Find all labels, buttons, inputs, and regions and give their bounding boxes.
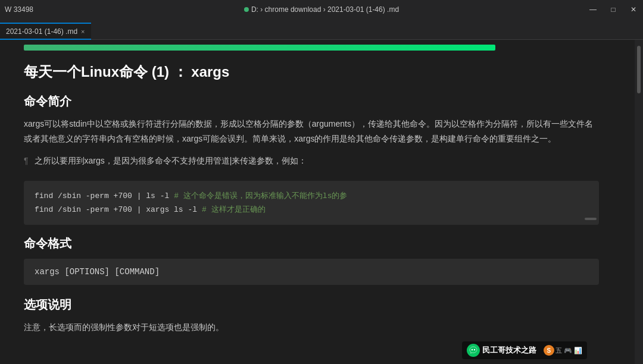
logo-icons: 五 🎮 📊 [555, 346, 582, 355]
titlebar: W 33498 D: › chrome download › 2021-03-0… [0, 0, 643, 19]
section-intro: 命令简介 xargs可以将stdin中以空格或换行符进行分隔的数据，形成以空格分… [24, 93, 599, 169]
code-line-1: find /sbin -perm +700 | ls -l # 这个命令是错误，… [35, 189, 588, 203]
main-content: 每天一个Linux命令 (1) ： xargs 命令简介 xargs可以将std… [0, 40, 635, 364]
breadcrumb-text: D: › chrome download › 2021-03-01 (1-46)… [251, 5, 399, 14]
logo-s: S [544, 345, 554, 356]
section1-heading: 命令简介 [24, 93, 599, 109]
pilcrow-icon: ¶ [24, 153, 29, 168]
code-comment-2: # 这样才是正确的 [202, 203, 266, 216]
section1-paragraph1: xargs可以将stdin中以空格或换行符进行分隔的数据，形成以空格分隔的参数（… [24, 117, 599, 146]
article-title-section: 每天一个Linux命令 (1) ： xargs [24, 62, 599, 81]
titlebar-breadcrumb: D: › chrome download › 2021-03-01 (1-46)… [244, 5, 399, 14]
section-format: 命令格式 xargs [OPTIONS] [COMMAND] [24, 236, 599, 285]
section-options: 选项说明 注意，长选项而的强制性参数对于短选项也是强制的。 [24, 297, 599, 335]
watermark-logo: S 五 🎮 📊 [544, 345, 582, 356]
tabbar: 2021-03-01 (1-46) .md × [0, 19, 643, 40]
minimize-button[interactable]: — [588, 5, 598, 14]
watermark: 民工哥技术之路 S 五 🎮 📊 [462, 341, 587, 359]
watermark-label: 民工哥技术之路 [482, 345, 536, 356]
section1-pilcrow-text: 之所以要用到xargs，是因为很多命令不支持使用管道|来传递参数，例如： [35, 153, 307, 168]
code-comment-1: # 这个命令是错误，因为标准输入不能作为ls的参 [174, 189, 347, 203]
section3-heading: 选项说明 [24, 297, 599, 313]
article-title: 每天一个Linux命令 (1) ： xargs [24, 62, 599, 81]
wechat-badge: 民工哥技术之路 [467, 344, 536, 357]
active-tab[interactable]: 2021-03-01 (1-46) .md × [0, 23, 91, 39]
progress-bar-container [24, 45, 599, 51]
code-cmd-2: find /sbin -perm +700 | xargs ls -l [35, 203, 197, 216]
tab-label: 2021-03-01 (1-46) .md [6, 27, 77, 36]
cmd-format-text: xargs [OPTIONS] [COMMAND] [35, 267, 160, 277]
svg-point-0 [472, 349, 473, 350]
close-button[interactable]: ✕ [629, 5, 638, 14]
titlebar-left: W 33498 [5, 5, 33, 14]
section2-heading: 命令格式 [24, 236, 599, 252]
tab-close-button[interactable]: × [81, 28, 85, 35]
code-scrollbar[interactable] [585, 218, 597, 220]
svg-point-1 [474, 349, 475, 350]
code-cmd-1: find /sbin -perm +700 | ls -l [35, 189, 169, 203]
scrollbar-thumb[interactable] [637, 46, 641, 93]
active-dot-icon [244, 7, 249, 12]
titlebar-controls: — □ ✕ [588, 5, 638, 14]
restore-button[interactable]: □ [608, 5, 618, 14]
code-block-find: find /sbin -perm +700 | ls -l # 这个命令是错误，… [24, 181, 599, 225]
code-line-2: find /sbin -perm +700 | xargs ls -l # 这样… [35, 203, 588, 216]
wechat-icon [467, 344, 480, 357]
section1-pilcrow-para: ¶ 之所以要用到xargs，是因为很多命令不支持使用管道|来传递参数，例如： [24, 153, 599, 168]
section3-note: 注意，长选项而的强制性参数对于短选项也是强制的。 [24, 320, 599, 335]
cmd-format-block: xargs [OPTIONS] [COMMAND] [24, 259, 599, 285]
content-wrapper: 每天一个Linux命令 (1) ： xargs 命令简介 xargs可以将std… [0, 40, 643, 364]
progress-bar [24, 45, 495, 51]
app-name: W 33498 [5, 5, 33, 14]
vertical-scrollbar[interactable] [635, 40, 643, 364]
